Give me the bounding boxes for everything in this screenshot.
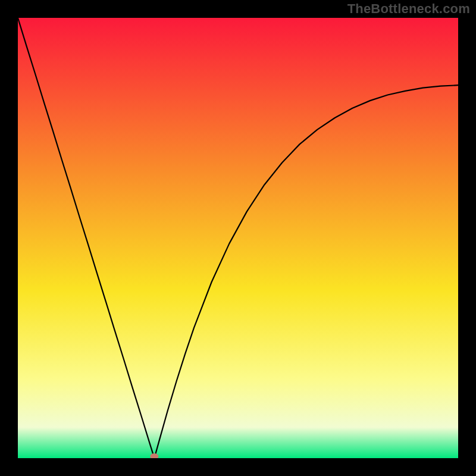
attribution-label: TheBottleneck.com	[347, 1, 470, 17]
plot-area	[18, 18, 458, 458]
gradient-background	[18, 18, 458, 458]
chart-svg	[18, 18, 458, 458]
chart-frame: TheBottleneck.com	[0, 0, 476, 476]
